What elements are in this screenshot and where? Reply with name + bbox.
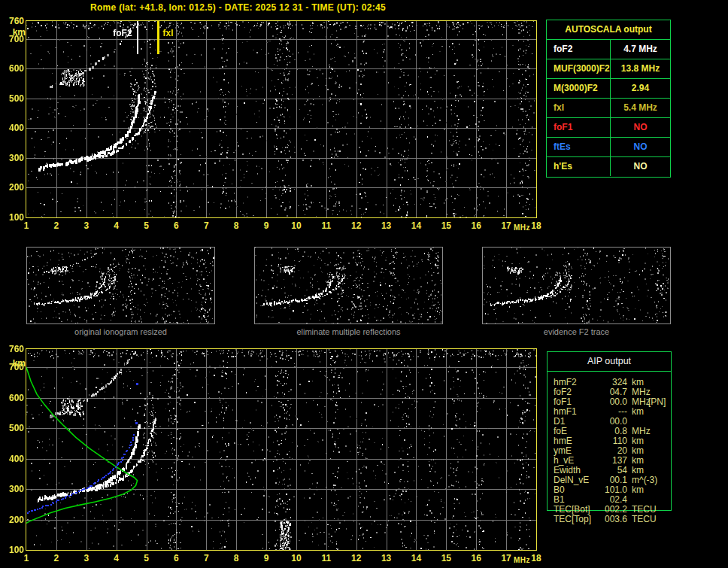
ionogram-plot-canvas — [26, 21, 536, 217]
x-tick-label: 5 — [135, 220, 158, 231]
x-tick-label: 1 — [15, 220, 38, 231]
y-tick-label: 300 — [0, 484, 24, 494]
aip-note: [PN] — [648, 397, 666, 407]
x-tick-label: 17 — [495, 553, 517, 563]
aip-value: 003.6 — [567, 515, 627, 524]
x-tick-label: 10 — [285, 553, 308, 563]
fxI-marker-label: fxI — [162, 28, 193, 38]
y-tick-label: 300 — [0, 153, 24, 163]
y-tick-label: 760 — [0, 344, 24, 354]
thumbnail-original-ionogram — [26, 247, 215, 324]
x-tick-label: 14 — [405, 553, 427, 563]
y-tick-label: 200 — [0, 515, 24, 525]
aip-table-header: AIP output — [548, 352, 671, 372]
aip-table: AIP output hmF2324kmfoF204.7MHzfoF100.0M… — [547, 351, 672, 511]
y-tick-label: 760 — [0, 16, 24, 26]
x-tick-label: 8 — [225, 220, 247, 231]
y-tick-label: 500 — [0, 93, 24, 104]
x-tick-label: 2 — [45, 220, 68, 231]
x-tick-label: 3 — [75, 553, 98, 563]
y-tick-label: 200 — [0, 182, 24, 193]
aip-table-rows: hmF2324kmfoF204.7MHzfoF100.0MHz[PN]hmF1-… — [548, 372, 671, 524]
x-tick-label: 11 — [315, 553, 338, 563]
x-tick-label: 15 — [435, 553, 457, 563]
autoscala-row-value: 2.94 — [611, 79, 670, 98]
aip-unit: km — [632, 407, 644, 417]
thumbnail-label-eliminate: eliminate multiple reflections — [254, 327, 443, 336]
foF2-marker-label: foF2 — [89, 28, 132, 38]
autoscala-row-fof2: foF24.7 MHz — [547, 40, 670, 59]
x-tick-label: 12 — [345, 553, 368, 563]
x-tick-label: 5 — [135, 553, 158, 563]
x-tick-label: 9 — [255, 220, 278, 231]
autoscala-row-fxi: fxI5.4 MHz — [547, 99, 670, 118]
thumbnail-evidence-f2 — [482, 247, 671, 324]
y-tick-label: 700 — [0, 362, 24, 372]
autoscala-row-label: foF1 — [547, 118, 611, 137]
x-tick-label: 12 — [345, 220, 368, 231]
ionogram-plot — [26, 20, 537, 218]
x-tick-label: 4 — [105, 220, 128, 231]
autoscala-row-label: foF2 — [547, 40, 611, 59]
x-tick-label: 7 — [195, 220, 217, 231]
autoscala-row-label: fxI — [547, 99, 611, 117]
y-tick-label: 400 — [0, 454, 24, 464]
autoscala-row-label: h'Es — [547, 157, 611, 176]
thumbnail-label-original: original ionogram resized — [26, 327, 215, 336]
autoscala-row-value: 13.8 MHz — [611, 59, 670, 78]
y-tick-label: 600 — [0, 63, 24, 74]
x-tick-label: 10 — [285, 220, 308, 231]
x-tick-label: 9 — [255, 553, 278, 563]
thumbnail-canvas-original — [27, 248, 214, 323]
aip-row-b0: B0101.0km — [548, 485, 671, 495]
thumbnail-label-evidence: evidence F2 trace — [482, 327, 671, 336]
x-tick-label: 13 — [375, 553, 398, 563]
autoscala-row-ftes: ftEsNO — [547, 138, 670, 157]
y-tick-label: 500 — [0, 423, 24, 433]
autoscala-row-label: M(3000)F2 — [547, 79, 611, 98]
autoscala-output-screen: Rome (lat: +41.8, lon: 012.5) - DATE: 20… — [0, 0, 728, 568]
autoscala-row-value: 4.7 MHz — [611, 40, 670, 59]
x-tick-label: 17 — [495, 220, 517, 231]
autoscala-row-fof1: foF1NO — [547, 118, 670, 138]
x-tick-label: 6 — [165, 553, 187, 563]
aip-row-tec-top-: TEC[Top]003.6TECU — [548, 515, 671, 524]
y-tick-label: 600 — [0, 393, 24, 403]
autoscala-row-muf-3000-f2: MUF(3000)F213.8 MHz — [547, 59, 670, 79]
x-tick-label: 8 — [225, 553, 247, 563]
autoscala-row-value: NO — [611, 157, 670, 176]
autoscala-row-m-3000-f2: M(3000)F22.94 — [547, 79, 670, 99]
x-tick-label: 13 — [375, 220, 398, 231]
autoscala-table-rows: foF24.7 MHzMUF(3000)F213.8 MHzM(3000)F22… — [547, 40, 670, 176]
x-tick-label: 1 — [15, 553, 38, 563]
aip-unit: TECU — [632, 515, 657, 524]
autoscala-row-value: NO — [611, 138, 670, 156]
thumbnail-canvas-evidence — [483, 248, 670, 323]
autoscala-row-label: ftEs — [547, 138, 611, 156]
x-tick-label: 15 — [435, 220, 457, 231]
y-tick-label: 400 — [0, 123, 24, 133]
thumbnail-eliminate-reflections — [254, 247, 443, 324]
autoscala-row-label: MUF(3000)F2 — [547, 59, 611, 78]
x-tick-label: 16 — [465, 553, 487, 563]
x-tick-label: 18 — [525, 220, 548, 231]
autoscala-row-h-es: h'EsNO — [547, 157, 670, 176]
x-tick-label: 14 — [405, 220, 427, 231]
aip-row-hmf1: hmF1---km — [548, 407, 671, 417]
autoscala-table-header: AUTOSCALA output — [547, 20, 670, 40]
autoscala-table: AUTOSCALA output foF24.7 MHzMUF(3000)F21… — [546, 20, 671, 178]
x-tick-label: 7 — [195, 553, 217, 563]
aip-unit: km — [632, 485, 644, 495]
profile-plot — [26, 348, 537, 551]
y-tick-label: 700 — [0, 34, 24, 44]
x-tick-label: 11 — [315, 220, 338, 231]
profile-plot-canvas — [26, 349, 536, 550]
x-tick-label: 18 — [525, 553, 548, 563]
x-tick-label: 3 — [75, 220, 98, 231]
x-tick-label: 2 — [45, 553, 68, 563]
autoscala-row-value: NO — [611, 118, 670, 137]
page-title: Rome (lat: +41.8, lon: 012.5) - DATE: 20… — [0, 2, 476, 13]
thumbnail-canvas-eliminate — [255, 248, 442, 323]
x-tick-label: 4 — [105, 553, 128, 563]
x-tick-label: 16 — [465, 220, 487, 231]
